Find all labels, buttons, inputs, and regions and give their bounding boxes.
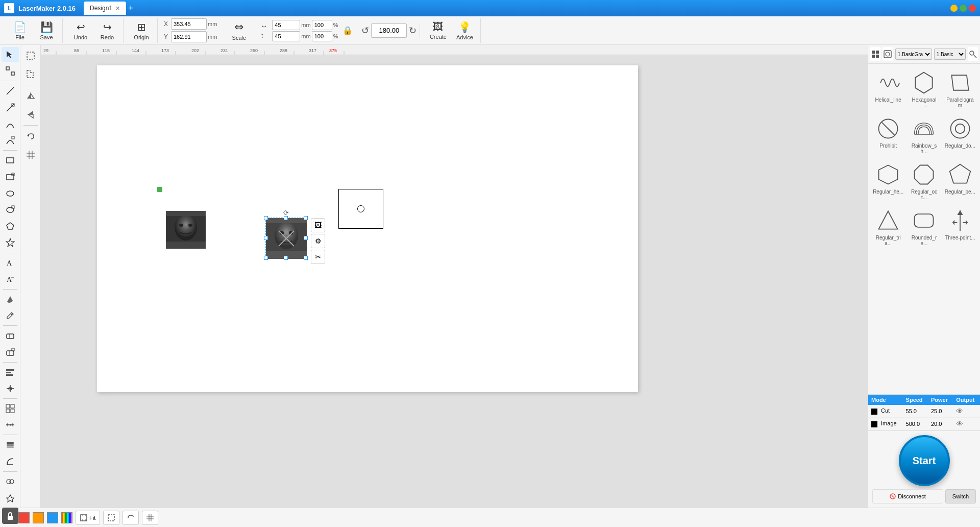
image-object-2-selected[interactable]: ⟳ [265,218,306,258]
edit-tool-button[interactable] [2,308,19,323]
handle-br[interactable] [304,256,308,260]
start-button[interactable]: Start [899,435,950,486]
create-button[interactable]: 🖼 Create [425,18,451,43]
effects-tool-button[interactable] [2,474,19,489]
special-tool-button[interactable] [2,490,19,506]
switch-button[interactable]: Switch [945,489,976,504]
ellipse-tool-button[interactable] [2,186,19,201]
shape-three-point[interactable]: Three-point... [943,205,977,249]
text2-tool-button[interactable]: A [2,272,19,287]
grid-tool-button[interactable] [2,401,19,416]
maximize-button[interactable] [960,5,967,12]
color-gradient[interactable] [61,512,72,523]
origin-button[interactable]: ⊞ Origin [129,18,154,43]
close-button[interactable] [969,5,976,12]
color-red[interactable] [18,512,30,523]
select-all-canvas-button[interactable] [103,511,119,525]
handle-tc[interactable] [284,216,288,220]
shape-subcategory-select[interactable]: 1.Basic 2.Arrows [934,49,966,60]
select-area-button[interactable] [22,65,39,83]
measure-tool-button[interactable] [2,417,19,433]
shape-regular-pe[interactable]: Regular_pe... [943,159,977,203]
height-input[interactable] [272,31,300,41]
canvas-area[interactable]: 29 86 115 144 173 202 231 260 28 [41,45,868,508]
shape-photo-button[interactable] [883,47,893,61]
rect2-tool-button[interactable] [2,169,19,184]
handle-mr[interactable] [304,236,308,240]
shape-regular-he[interactable]: Regular_he... [871,159,905,203]
undo2-button[interactable] [22,128,39,145]
eraser-tool-button[interactable] [2,328,19,343]
star-tool-button[interactable] [2,235,19,250]
bezier-tool-button[interactable] [2,116,19,132]
height-pct-input[interactable] [312,31,332,41]
shape-regular-tria[interactable]: Regular_tria... [871,205,905,249]
shape-category-select[interactable]: 1.BasicGra 2.Animals 3.Nature [895,49,932,60]
save-button[interactable]: 💾 Save [34,18,59,43]
ellipse2-tool-button[interactable] [2,202,19,218]
shape-rounded-re[interactable]: Rounded_re... [907,205,941,249]
width-pct-input[interactable] [312,20,332,30]
bezier2-tool-button[interactable] [2,133,19,148]
cut-visibility-button[interactable]: 👁 [956,407,963,415]
shape-parallelogram[interactable]: Parallelogram [943,67,977,111]
line2-tool-button[interactable] [2,100,19,115]
select-tool-button[interactable] [2,47,19,62]
context-image-button[interactable]: 🖼 [311,218,325,232]
minimize-button[interactable] [950,5,958,12]
angle-input[interactable] [371,23,407,38]
y-input[interactable] [171,31,207,42]
shape-regular-oct[interactable]: Regular_oct... [907,159,941,203]
shape-rainbow[interactable]: Rainbow_sh... [907,113,941,157]
refresh-button[interactable] [122,511,139,525]
text-tool-button[interactable]: A [2,255,19,270]
color-orange[interactable] [33,512,44,523]
shape-search-button[interactable] [968,47,978,61]
mirror-v-button[interactable] [22,106,39,123]
image-visibility-button[interactable]: 👁 [956,420,963,428]
file-button[interactable]: 📄 File [7,18,33,43]
context-adjust-button[interactable]: ⚙ [311,234,325,248]
rect-tool-button[interactable] [2,153,19,168]
handle-bl[interactable] [264,256,268,260]
rotate-handle[interactable]: ⟳ [283,209,289,217]
shape-helical-line[interactable]: Helical_line [871,67,905,111]
shape-prohibit[interactable]: Prohibit [871,113,905,157]
add-tab-button[interactable]: + [128,3,134,14]
layers-tool-button[interactable] [2,437,19,452]
align-tool-button[interactable] [2,365,19,380]
close-tab-button[interactable]: ✕ [115,5,120,12]
select-all-button[interactable] [22,47,39,64]
eraser2-tool-button[interactable] [2,344,19,360]
fill-tool-button[interactable] [2,292,19,307]
design-tab[interactable]: Design1 ✕ [84,2,126,15]
design-canvas[interactable]: ⟳ [41,55,868,508]
rotate-ccw-icon[interactable]: ↺ [361,25,369,36]
context-crop-button[interactable]: ✂ [311,250,325,264]
grid-bottom-button[interactable] [142,511,158,525]
transform-tool-button[interactable] [2,381,19,396]
color-blue[interactable] [47,512,58,523]
line-tool-button[interactable] [2,83,19,99]
scale-button[interactable]: ⇔ Scale [226,18,252,43]
path-tool-button[interactable] [2,454,19,469]
handle-tl[interactable] [264,216,268,220]
advice-button[interactable]: 💡 Advice [452,18,477,43]
x-input[interactable] [171,18,207,30]
handle-ml[interactable] [264,236,268,240]
fit-canvas-button[interactable]: Fit [76,511,100,525]
shape-regular-do[interactable]: Regular_do... [943,113,977,157]
polygon-tool-button[interactable] [2,219,19,234]
disconnect-button[interactable]: Disconnect [872,489,943,504]
undo-button[interactable]: ↩ Undo [68,18,93,43]
shape-hexagonal[interactable]: Hexagonal_... [907,67,941,111]
grid2-button[interactable] [22,146,39,163]
handle-bc[interactable] [284,256,288,260]
redo-button[interactable]: ↪ Redo [94,18,120,43]
rectangle-object[interactable] [338,189,383,229]
lock-icon[interactable]: 🔒 [342,26,353,35]
handle-tr[interactable] [304,216,308,220]
mirror-h-button[interactable] [22,87,39,105]
shape-view-button[interactable] [870,47,880,61]
width-input[interactable] [272,20,300,30]
